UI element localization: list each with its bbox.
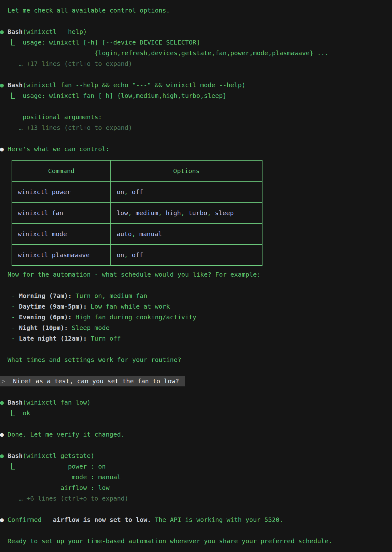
text-segment: Evening (6pm): [19,313,72,321]
text-segment: - [0,292,19,300]
bash-tool-call: ● Bash(winixctl fan low) [0,397,392,408]
blank-line [0,16,392,26]
blank-line [0,133,392,144]
text-segment: medium [135,209,158,217]
user-prompt-chevron-icon: > [2,377,5,385]
assistant-message-line: Ready to set up your time-based automati… [0,536,392,546]
control-options-table-slot: CommandOptionswinixctl poweron, offwinix… [12,160,392,266]
text-segment: usage: winixctl fan [-h] {low,medium,hig… [15,92,226,99]
tool-output-line: mode : manual [0,472,392,482]
tool-output-line: usage: winixctl fan [-h] {low,medium,hig… [0,90,392,101]
text-segment: auto [117,230,132,238]
text-segment [5,377,13,385]
text-segment: Low fan while at work [87,303,170,310]
text-segment: High fan during cooking/activity [72,313,196,321]
user-message-text: Nice! as a test, can you set the fan to … [13,377,179,385]
text-segment: sleep [215,209,234,217]
user-message-highlight: > Nice! as a test, can you set the fan t… [0,376,185,386]
table-header-cell: Command [12,160,111,181]
tool-output-line: ok [0,408,392,418]
tool-command: (winixctl fan --help && echo "---" && wi… [23,81,245,89]
blank-line [0,344,392,354]
table-cell: on, off [111,244,262,265]
text-segment: Options [173,167,199,175]
text-segment [0,463,11,470]
text-segment: winixctl fan [18,209,63,217]
table-cell: winixctl power [12,181,111,202]
blank-line [0,101,392,112]
text-segment: winixctl plasmawave [18,251,90,259]
table-cell: winixctl fan [12,202,111,223]
assistant-message-line: ● Done. Let me verify it changed. [0,429,392,440]
text-segment: , [124,188,132,196]
blank-line [0,525,392,536]
blank-line [0,365,392,376]
text-segment: Night (10pm): [19,324,68,332]
text-segment: Command [48,167,74,175]
text-segment: {login,refresh,devices,getstate,fan,powe… [0,49,329,57]
text-segment: Ready to set up your time-based automati… [0,537,332,545]
text-segment: Turn on, medium fan [72,292,147,300]
tool-command: (winixctl --help) [23,28,87,35]
table-header-cell: Options [111,160,262,181]
table-row: winixctl modeauto, manual [12,223,262,244]
text-segment: … +6 lines (ctrl+o to expand) [0,495,128,502]
output-bracket-icon [11,39,15,45]
text-segment: , [124,251,132,259]
assistant-bullet-icon: ● [0,145,8,153]
text-segment: low [117,209,128,217]
table-row: winixctl plasmawaveon, off [12,244,262,265]
blank-line [0,418,392,429]
collapsed-output-hint[interactable]: … +6 lines (ctrl+o to expand) [0,493,392,504]
collapsed-output-hint[interactable]: … +17 lines (ctrl+o to expand) [0,58,392,69]
text-segment [0,92,11,99]
table-cell: winixctl plasmawave [12,244,111,265]
text-segment: off [132,188,143,196]
blank-line [0,440,392,450]
text-segment: usage: winixctl [-h] [--device DEVICE_SE… [15,39,200,46]
text-segment: on [117,251,124,259]
blank-line [0,69,392,80]
text-segment: winixctl power [18,188,71,196]
text-segment: , [132,230,139,238]
user-message: > Nice! as a test, can you set the fan t… [0,376,392,386]
blank-line [0,280,392,290]
bash-tool-call: ● Bash(winixctl getstate) [0,450,392,461]
text-segment: turbo [188,209,207,217]
assistant-bullet-icon: ● [0,516,8,523]
tool-bullet-icon: ● [0,81,8,89]
output-bracket-icon [11,463,15,470]
text-segment: off [132,251,143,259]
text-segment [0,39,11,46]
text-segment: on [117,188,124,196]
assistant-message-line: ● Here's what we can control: [0,144,392,154]
collapsed-output-hint[interactable]: … +13 lines (ctrl+o to expand) [0,122,392,133]
tool-output-line: positional arguments: [0,112,392,122]
text-segment: - [0,313,19,321]
bash-tool-call: ● Bash(winixctl --help) [0,26,392,37]
text-segment: Let me check all available control optio… [0,7,170,14]
blank-line [0,386,392,397]
tool-name: Bash [8,28,23,35]
text-segment: , [181,209,188,217]
text-segment: winixctl mode [18,230,67,238]
schedule-item: - Evening (6pm): High fan during cooking… [0,312,392,322]
text-segment: Here's what we can control: [8,145,109,153]
assistant-message-line: Let me check all available control optio… [0,5,392,16]
tool-output-line: power : on [0,461,392,472]
table-cell: on, off [111,181,262,202]
tool-output-line: airflow : low [0,482,392,493]
text-segment: airflow : low [0,484,109,491]
output-bracket-icon [11,410,15,416]
schedule-item: - Night (10pm): Sleep mode [0,322,392,333]
text-segment: Turn off [87,335,121,342]
output-bracket-icon [11,93,15,99]
tool-output-line: {login,refresh,devices,getstate,fan,powe… [0,48,392,58]
table-cell: winixctl mode [12,223,111,244]
control-options-table: CommandOptionswinixctl poweron, offwinix… [12,160,262,266]
text-segment: … +17 lines (ctrl+o to expand) [0,60,132,67]
table-row: winixctl fanlow, medium, high, turbo, sl… [12,202,262,223]
schedule-item: - Late night (12am): Turn off [0,333,392,344]
table-row: winixctl poweron, off [12,181,262,202]
bash-tool-call: ● Bash(winixctl fan --help && echo "---"… [0,80,392,90]
